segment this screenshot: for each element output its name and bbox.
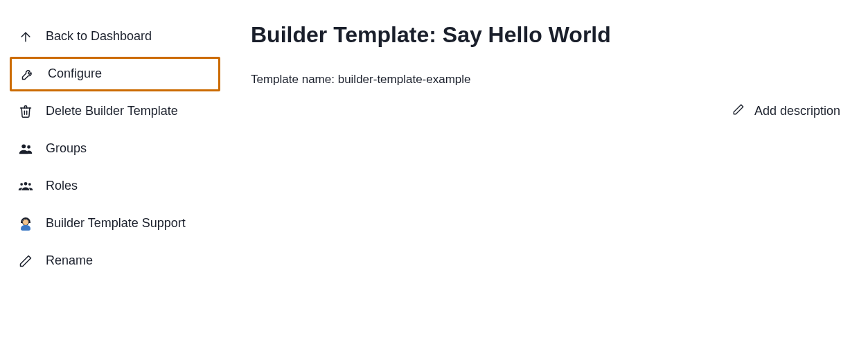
wrench-icon (20, 66, 35, 82)
support-agent-icon (18, 216, 33, 231)
template-name-label: Template name: (251, 73, 338, 86)
svg-point-6 (24, 182, 28, 186)
main-content: Builder Template: Say Hello World Templa… (227, 0, 868, 349)
svg-point-3 (21, 144, 26, 148)
sidebar-item-configure[interactable]: Configure (10, 57, 220, 91)
sidebar-item-label: Delete Builder Template (46, 104, 178, 119)
svg-point-4 (27, 145, 30, 149)
sidebar-item-label: Back to Dashboard (46, 29, 152, 44)
template-name-row: Template name: builder-template-example (251, 73, 840, 87)
template-name-value: builder-template-example (338, 73, 471, 86)
sidebar-item-label: Configure (48, 66, 102, 82)
sidebar-item-label: Builder Template Support (46, 216, 186, 231)
group-icon (18, 141, 33, 156)
svg-point-5 (20, 183, 23, 186)
roles-icon (18, 179, 33, 194)
add-description-label: Add description (754, 104, 840, 118)
svg-point-7 (28, 183, 31, 186)
add-description-button[interactable]: Add description (732, 103, 840, 119)
arrow-up-icon (18, 29, 33, 44)
sidebar-item-label: Groups (46, 141, 87, 156)
sidebar-item-label: Roles (46, 179, 78, 194)
add-description-row: Add description (251, 103, 840, 119)
sidebar: Back to Dashboard Configure Delete Build… (0, 0, 227, 349)
sidebar-item-builder-template-support[interactable]: Builder Template Support (10, 206, 220, 241)
pencil-icon (732, 103, 745, 119)
sidebar-item-label: Rename (46, 253, 93, 269)
sidebar-item-roles[interactable]: Roles (10, 169, 220, 204)
sidebar-item-groups[interactable]: Groups (10, 132, 220, 166)
sidebar-item-rename[interactable]: Rename (10, 244, 220, 278)
sidebar-item-back-to-dashboard[interactable]: Back to Dashboard (10, 19, 220, 54)
page-title: Builder Template: Say Hello World (251, 22, 840, 48)
sidebar-item-delete-builder-template[interactable]: Delete Builder Template (10, 94, 220, 129)
pencil-icon (18, 253, 33, 269)
trash-icon (18, 104, 33, 119)
